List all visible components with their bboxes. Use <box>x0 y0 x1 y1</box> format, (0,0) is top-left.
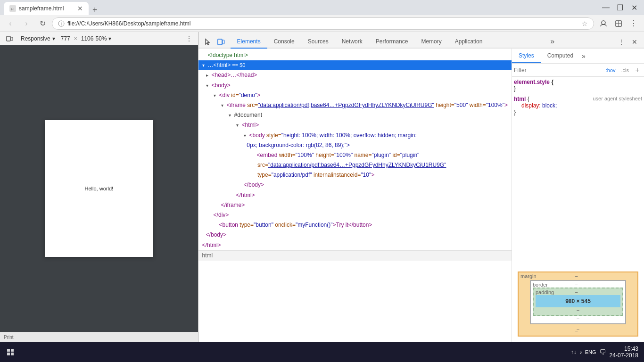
html-outer-close: </html> <box>202 241 221 250</box>
account-button[interactable] <box>597 17 610 30</box>
dom-line-embed[interactable]: <embed width="100%" height="100%" name="… <box>198 150 512 160</box>
inner-html-triangle[interactable] <box>236 122 241 129</box>
new-tab-button[interactable]: + <box>89 5 101 15</box>
dom-line-embed-src[interactable]: src="data:application/pdf;base64…+PgpzdG… <box>198 160 512 170</box>
dom-line-document[interactable]: #document <box>198 110 512 120</box>
viewport-height: 1106 <box>81 35 94 42</box>
dom-line-html-close[interactable]: </html> <box>198 190 512 200</box>
svg-rect-13 <box>7 349 10 352</box>
info-icon: i <box>58 20 65 27</box>
styles-filter-bar: :hov .cls + <box>512 64 644 77</box>
browser-preview: Responsive ▾ 777 × 1106 50% ▾ ⋮ <box>0 32 198 342</box>
device-icon <box>6 35 13 42</box>
dom-line-head[interactable]: <head>…</head> <box>198 70 512 80</box>
html-triangle[interactable] <box>202 62 207 69</box>
close-window-button[interactable]: ✕ <box>628 1 640 14</box>
menu-button[interactable]: ⋮ <box>627 17 640 30</box>
notification-icon: 🗨 <box>599 348 606 356</box>
tab-elements[interactable]: Elements <box>231 35 267 49</box>
inner-body-triangle[interactable] <box>244 132 248 140</box>
preview-footer-text: Print <box>4 335 14 340</box>
svg-rect-12 <box>223 40 224 44</box>
more-options-button[interactable]: ⋮ <box>184 33 194 44</box>
agent-label: user agent stylesheet <box>593 96 642 101</box>
dom-line-body[interactable]: <body> <box>198 81 512 90</box>
cls-button[interactable]: .cls <box>619 66 631 74</box>
iframe-triangle[interactable] <box>221 102 226 109</box>
html-brace-close: } <box>514 109 642 115</box>
hov-button[interactable]: :hov <box>604 66 618 74</box>
doctype-text: <!doctype html> <box>208 51 248 60</box>
tab-memory[interactable]: Memory <box>414 35 448 49</box>
tab-console[interactable]: Console <box>267 35 301 49</box>
windows-start-button[interactable] <box>6 347 15 357</box>
zoom-level: 50% <box>95 35 107 42</box>
tab-sources[interactable]: Sources <box>301 35 335 49</box>
device-toolbar-button[interactable] <box>215 36 227 48</box>
dom-breadcrumb: html <box>198 250 512 261</box>
styles-tab-computed[interactable]: Computed <box>541 49 580 63</box>
svg-text:H: H <box>11 7 14 11</box>
dom-line-inner-html[interactable]: <html> <box>198 120 512 130</box>
svg-rect-16 <box>11 353 14 355</box>
dom-line-doctype[interactable]: <!doctype html> <box>198 50 512 60</box>
dom-line-iframe-close[interactable]: </iframe> <box>198 200 512 210</box>
date-text: 24-07-2018 <box>610 352 638 359</box>
extensions-button[interactable] <box>612 17 625 30</box>
dom-line-body-outer-close[interactable]: </body> <box>198 230 512 240</box>
devtools-tabs: Elements Console Sources Network Perform… <box>198 32 644 49</box>
minimize-button[interactable]: — <box>600 1 612 14</box>
inner-body-tag: <body <box>249 131 266 140</box>
head-triangle[interactable] <box>206 72 211 79</box>
body-triangle[interactable] <box>206 82 211 90</box>
dom-line-iframe[interactable]: <iframe src="data:application/pdf;base64… <box>198 100 512 110</box>
iframe-tag: <iframe <box>227 101 248 110</box>
account-icon <box>600 20 607 27</box>
dom-line-html[interactable]: …<html> == $0 <box>198 60 512 70</box>
responsive-dropdown[interactable]: Responsive ▾ <box>17 34 59 43</box>
dom-line-body-cont[interactable]: 0px; background-color: rgb(82, 86, 89);"… <box>198 140 512 150</box>
embed-tag: <embed <box>257 151 279 160</box>
div-triangle[interactable] <box>214 92 218 99</box>
dom-line-div[interactable]: <div id="demo"> <box>198 90 512 100</box>
html-selector: html <box>514 96 526 102</box>
maximize-button[interactable]: ❐ <box>614 1 626 14</box>
elements-panel[interactable]: <!doctype html> …<html> == $0 <head>…</h… <box>198 49 512 342</box>
dom-line-button[interactable]: <button type="button" onclick="myFunctio… <box>198 220 512 230</box>
add-style-button[interactable]: + <box>633 66 642 75</box>
document-triangle[interactable] <box>229 112 233 119</box>
dom-line-inner-body[interactable]: <body style="height: 100%; width: 100%; … <box>198 131 512 140</box>
zoom-control[interactable]: 50% ▾ <box>95 35 111 42</box>
address-bar[interactable]: i file:///C:/Users/KH866/Desktop/samplef… <box>52 17 594 30</box>
dom-line-body-close[interactable]: </body> <box>198 180 512 190</box>
responsive-label: Responsive <box>21 35 50 42</box>
styles-more-button[interactable]: » <box>582 52 586 60</box>
devtools-close-button[interactable]: ✕ <box>629 36 640 48</box>
document-text: #document <box>234 111 262 120</box>
tab-network[interactable]: Network <box>335 35 369 49</box>
device-toggle-button[interactable] <box>4 33 15 44</box>
styles-tab-styles[interactable]: Styles <box>512 49 541 63</box>
back-button[interactable]: ‹ <box>4 17 17 30</box>
inspect-element-button[interactable] <box>202 36 214 48</box>
more-tabs-button[interactable]: » <box>548 35 556 48</box>
tab-close-button[interactable]: ✕ <box>77 5 83 12</box>
active-tab[interactable]: H sampleframe.html ✕ <box>4 2 89 15</box>
body-close-tag: </body> <box>244 181 264 189</box>
dom-line-embed-type[interactable]: type="application/pdf" internalinstancei… <box>198 170 512 180</box>
styles-filter-input[interactable] <box>514 67 602 74</box>
iframe-close-tag: </iframe> <box>221 201 245 210</box>
dom-line-div-close[interactable]: </div> <box>198 210 512 220</box>
bookmark-icon[interactable]: ☆ <box>582 20 588 27</box>
devtools-body: <!doctype html> …<html> == $0 <head>…</h… <box>198 49 644 342</box>
system-tray: ↑↓ ♪ ENG 🗨 <box>571 348 606 356</box>
reload-button[interactable]: ↻ <box>36 17 49 30</box>
tab-performance[interactable]: Performance <box>369 35 415 49</box>
svg-rect-9 <box>11 37 13 41</box>
devtools-settings-button[interactable]: ⋮ <box>616 36 627 48</box>
element-style-close: } <box>514 85 642 92</box>
dom-line-html-outer-close[interactable]: </html> <box>198 240 512 250</box>
forward-button[interactable]: › <box>20 17 33 30</box>
inner-html-close: </html> <box>236 191 255 200</box>
tab-application[interactable]: Application <box>448 35 489 49</box>
